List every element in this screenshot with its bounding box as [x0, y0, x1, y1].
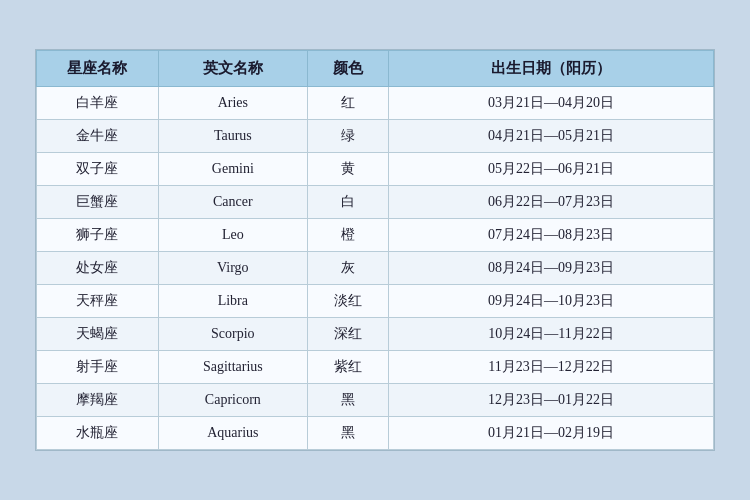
table-row: 水瓶座Aquarius黑01月21日—02月19日	[37, 417, 714, 450]
cell-color: 绿	[307, 120, 388, 153]
zodiac-table: 星座名称 英文名称 颜色 出生日期（阳历） 白羊座Aries红03月21日—04…	[36, 50, 714, 450]
cell-en: Scorpio	[158, 318, 307, 351]
table-body: 白羊座Aries红03月21日—04月20日金牛座Taurus绿04月21日—0…	[37, 87, 714, 450]
cell-en: Virgo	[158, 252, 307, 285]
cell-zh: 双子座	[37, 153, 159, 186]
table-row: 金牛座Taurus绿04月21日—05月21日	[37, 120, 714, 153]
cell-zh: 射手座	[37, 351, 159, 384]
cell-en: Aquarius	[158, 417, 307, 450]
header-en: 英文名称	[158, 51, 307, 87]
cell-zh: 狮子座	[37, 219, 159, 252]
cell-color: 紫红	[307, 351, 388, 384]
cell-zh: 天蝎座	[37, 318, 159, 351]
cell-en: Libra	[158, 285, 307, 318]
cell-en: Cancer	[158, 186, 307, 219]
cell-zh: 巨蟹座	[37, 186, 159, 219]
cell-color: 灰	[307, 252, 388, 285]
cell-date: 03月21日—04月20日	[389, 87, 714, 120]
cell-color: 黑	[307, 417, 388, 450]
cell-en: Sagittarius	[158, 351, 307, 384]
cell-date: 09月24日—10月23日	[389, 285, 714, 318]
cell-date: 12月23日—01月22日	[389, 384, 714, 417]
cell-en: Taurus	[158, 120, 307, 153]
cell-zh: 白羊座	[37, 87, 159, 120]
header-color: 颜色	[307, 51, 388, 87]
cell-color: 橙	[307, 219, 388, 252]
table-row: 巨蟹座Cancer白06月22日—07月23日	[37, 186, 714, 219]
cell-zh: 处女座	[37, 252, 159, 285]
cell-date: 07月24日—08月23日	[389, 219, 714, 252]
header-zh: 星座名称	[37, 51, 159, 87]
table-row: 处女座Virgo灰08月24日—09月23日	[37, 252, 714, 285]
cell-date: 06月22日—07月23日	[389, 186, 714, 219]
table-row: 白羊座Aries红03月21日—04月20日	[37, 87, 714, 120]
table-row: 天蝎座Scorpio深红10月24日—11月22日	[37, 318, 714, 351]
table-row: 射手座Sagittarius紫红11月23日—12月22日	[37, 351, 714, 384]
cell-date: 11月23日—12月22日	[389, 351, 714, 384]
cell-color: 黄	[307, 153, 388, 186]
cell-en: Aries	[158, 87, 307, 120]
table-row: 天秤座Libra淡红09月24日—10月23日	[37, 285, 714, 318]
table-row: 摩羯座Capricorn黑12月23日—01月22日	[37, 384, 714, 417]
cell-en: Gemini	[158, 153, 307, 186]
cell-color: 黑	[307, 384, 388, 417]
header-date: 出生日期（阳历）	[389, 51, 714, 87]
cell-zh: 水瓶座	[37, 417, 159, 450]
cell-en: Leo	[158, 219, 307, 252]
cell-date: 05月22日—06月21日	[389, 153, 714, 186]
cell-color: 深红	[307, 318, 388, 351]
cell-color: 红	[307, 87, 388, 120]
table-row: 双子座Gemini黄05月22日—06月21日	[37, 153, 714, 186]
zodiac-table-container: 星座名称 英文名称 颜色 出生日期（阳历） 白羊座Aries红03月21日—04…	[35, 49, 715, 451]
table-row: 狮子座Leo橙07月24日—08月23日	[37, 219, 714, 252]
cell-date: 10月24日—11月22日	[389, 318, 714, 351]
cell-en: Capricorn	[158, 384, 307, 417]
cell-date: 04月21日—05月21日	[389, 120, 714, 153]
cell-color: 淡红	[307, 285, 388, 318]
cell-color: 白	[307, 186, 388, 219]
cell-zh: 天秤座	[37, 285, 159, 318]
cell-zh: 摩羯座	[37, 384, 159, 417]
cell-date: 01月21日—02月19日	[389, 417, 714, 450]
cell-date: 08月24日—09月23日	[389, 252, 714, 285]
cell-zh: 金牛座	[37, 120, 159, 153]
table-header-row: 星座名称 英文名称 颜色 出生日期（阳历）	[37, 51, 714, 87]
